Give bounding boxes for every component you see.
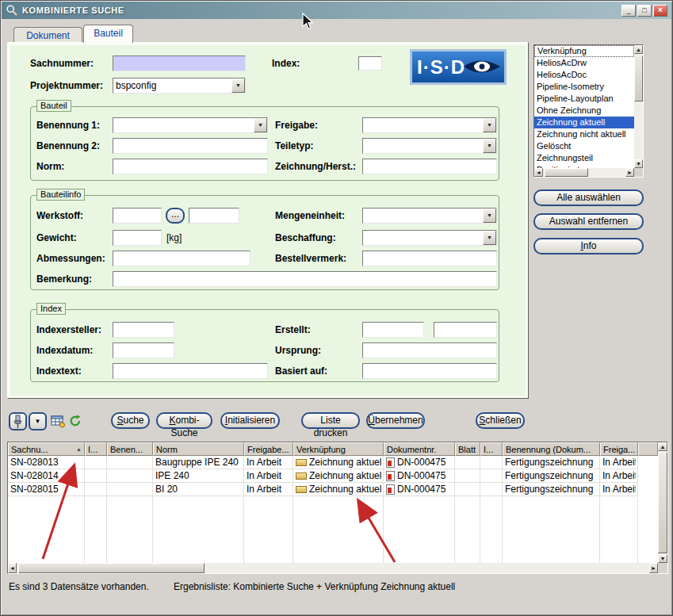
list-item[interactable]: HeliosAcDrw	[534, 57, 634, 69]
erstellt-input-2[interactable]	[434, 322, 497, 338]
grid-cell-sachnummer[interactable]: SN-028013	[8, 456, 85, 469]
apply-button[interactable]: Übernehmen	[366, 412, 425, 429]
column-header-norm[interactable]: Norm	[153, 442, 244, 456]
grid-cell[interactable]	[85, 483, 107, 495]
grid-cell-dokumentnr[interactable]: DN-000475	[384, 469, 455, 482]
maximize-button[interactable]: □	[637, 5, 652, 17]
minimize-button[interactable]: _	[621, 5, 636, 17]
grid-cell[interactable]	[455, 469, 480, 482]
grid-vertical-scrollbar[interactable]: ▲ ▼	[658, 442, 667, 563]
grid-cell[interactable]	[85, 469, 107, 482]
grid-cell-dokumentnr[interactable]: DN-000475	[384, 483, 455, 495]
grid-cell[interactable]	[480, 483, 503, 495]
norm-input[interactable]	[113, 159, 268, 174]
info-button[interactable]: Info	[533, 238, 644, 254]
gewicht-input[interactable]	[113, 230, 162, 246]
werkstoff-input[interactable]	[113, 208, 162, 224]
chevron-down-icon[interactable]: ▼	[483, 139, 496, 153]
kombi-search-button[interactable]: Kombi-Suche	[156, 412, 212, 429]
table-row[interactable]: SN-028013 Baugruppe IPE 240 In Arbeit Ze…	[8, 456, 638, 469]
column-header-freigabe[interactable]: Freigabe...	[244, 442, 293, 456]
scroll-right-icon[interactable]: ►	[625, 168, 634, 177]
grid-cell[interactable]	[455, 456, 480, 469]
initialize-button[interactable]: Initialisieren	[220, 412, 280, 429]
grid-cell-freigabe-dokument[interactable]: In Arbeit	[600, 456, 638, 469]
chevron-down-icon[interactable]: ▼	[483, 118, 496, 132]
grid-cell-benennung-dokument[interactable]: Fertigungszeichnung	[503, 456, 600, 469]
column-header-index2[interactable]: I...	[480, 442, 503, 456]
grid-horizontal-scrollbar[interactable]: ◄ ►	[8, 563, 658, 573]
grid-cell-freigabe[interactable]: In Arbeit	[244, 456, 293, 469]
basiert-auf-input[interactable]	[362, 363, 497, 379]
grid-cell[interactable]	[480, 456, 503, 469]
list-vertical-scrollbar[interactable]: ▲ ▼	[634, 45, 643, 168]
column-header-index[interactable]: I...	[85, 442, 107, 456]
column-header-blatt[interactable]: Blatt	[455, 442, 480, 456]
remove-selection-button[interactable]: Auswahl entfernen	[533, 213, 644, 230]
werkstoff-input-2[interactable]	[189, 208, 239, 224]
list-item[interactable]: Zeichnungsteil	[534, 152, 634, 164]
grid-cell[interactable]	[107, 483, 153, 495]
scroll-down-icon[interactable]: ▼	[634, 159, 643, 168]
grid-cell[interactable]	[85, 456, 107, 469]
search-button[interactable]: Suche	[111, 412, 150, 429]
scroll-left-icon[interactable]: ◄	[8, 563, 17, 573]
scrollbar-thumb[interactable]	[18, 563, 205, 573]
grid-cell-freigabe[interactable]: In Arbeit	[244, 483, 293, 495]
grid-cell-benennung-dokument[interactable]: Fertigungszeichnung	[503, 469, 600, 482]
grid-cell-freigabe-dokument[interactable]: In Arbeit	[600, 483, 638, 495]
grid-cell-sachnummer[interactable]: SN-028015	[8, 483, 85, 495]
table-row[interactable]: SN-028014 IPE 240 In Arbeit Zeichnung ak…	[8, 469, 638, 483]
grid-cell-norm[interactable]: BI 20	[153, 483, 244, 495]
grid-cell-dokumentnr[interactable]: DN-000475	[384, 456, 455, 469]
result-list-config-button[interactable]	[51, 414, 65, 430]
titlebar[interactable]: KOMBINIERTE SUCHE _ □ ×	[2, 2, 671, 19]
scroll-right-icon[interactable]: ►	[649, 563, 658, 573]
grid-cell-freigabe[interactable]: In Arbeit	[244, 469, 293, 482]
index-input[interactable]	[358, 56, 382, 71]
scroll-up-icon[interactable]: ▲	[634, 45, 643, 54]
column-header-dokumentnr[interactable]: Dokumentnr.	[384, 442, 455, 456]
column-header-verknuepfung[interactable]: Verknüpfung	[293, 442, 384, 456]
pin-button[interactable]	[9, 412, 27, 430]
close-button[interactable]: Schließen	[476, 412, 525, 429]
column-header-benennung-dokument[interactable]: Benennung (Dokum...	[503, 442, 600, 456]
zeichnung-herst-input[interactable]	[362, 159, 497, 174]
mengeneinheit-combobox[interactable]: ▼	[362, 208, 497, 224]
list-header-verknuepfung[interactable]: Verknüpfung	[534, 45, 634, 57]
projektnummer-combobox[interactable]: bspconfig ▼	[113, 78, 246, 94]
beschaffung-combobox[interactable]: ▼	[362, 230, 497, 246]
list-item-selected[interactable]: Zeichnung aktuell	[534, 117, 634, 128]
chevron-down-icon[interactable]: ▼	[254, 118, 267, 132]
scrollbar-thumb[interactable]	[634, 55, 643, 101]
benennung2-input[interactable]	[113, 138, 268, 154]
freigabe-combobox[interactable]: ▼	[362, 117, 497, 133]
sachnummer-input[interactable]	[113, 55, 246, 71]
list-item[interactable]: Gelöscht	[534, 140, 634, 152]
close-icon[interactable]: ×	[653, 5, 667, 17]
list-item[interactable]: Pipeline-Layoutplan	[534, 93, 634, 105]
print-list-button[interactable]: Liste drucken	[301, 412, 360, 429]
grid-cell-norm[interactable]: Baugruppe IPE 240	[153, 456, 244, 469]
chevron-down-icon[interactable]: ▼	[231, 78, 245, 93]
indextext-input[interactable]	[113, 363, 268, 379]
grid-cell[interactable]	[107, 469, 153, 482]
scrollbar-thumb[interactable]	[658, 452, 667, 553]
column-header-benennung[interactable]: Benen...	[107, 442, 153, 456]
teiletyp-combobox[interactable]: ▼	[362, 138, 497, 154]
column-header-freigabe-dokument[interactable]: Freiga...	[600, 442, 638, 456]
scroll-left-icon[interactable]: ◄	[534, 168, 543, 177]
scroll-up-icon[interactable]: ▲	[658, 442, 667, 451]
grid-cell-verknuepfung[interactable]: Zeichnung aktuell	[293, 469, 384, 482]
grid-cell-benennung-dokument[interactable]: Fertigungszeichnung	[503, 483, 600, 495]
bestellvermerk-input[interactable]	[362, 251, 497, 266]
table-row[interactable]: SN-028015 BI 20 In Arbeit Zeichnung aktu…	[8, 483, 638, 496]
grid-cell[interactable]	[480, 469, 503, 482]
list-item[interactable]: Ohne Zeichnung	[534, 105, 634, 117]
chevron-down-icon[interactable]: ▼	[483, 231, 496, 245]
refresh-list-button[interactable]	[68, 414, 82, 430]
indexdatum-input[interactable]	[113, 342, 174, 358]
tab-dokument[interactable]: Dokument	[13, 27, 82, 43]
list-horizontal-scrollbar[interactable]: ◄ ►	[534, 168, 634, 177]
list-item[interactable]: Pipeline-Isometry	[534, 81, 634, 93]
